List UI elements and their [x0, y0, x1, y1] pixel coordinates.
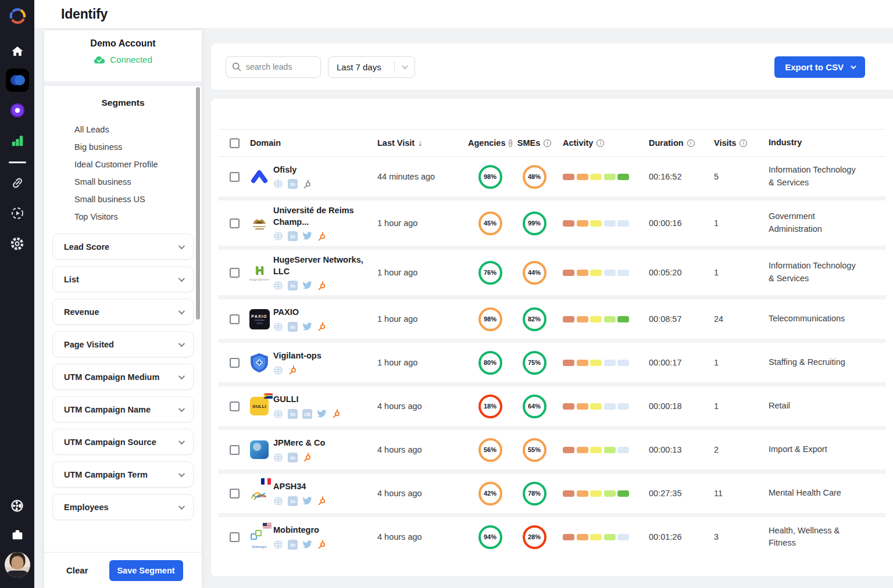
info-icon[interactable]: i — [596, 139, 604, 147]
leads-icon[interactable] — [6, 69, 29, 92]
segment-item[interactable]: Big business — [74, 138, 202, 156]
analytics-icon[interactable] — [5, 128, 30, 153]
history-icon[interactable] — [5, 200, 30, 226]
filter-accordion[interactable]: UTM Campaign Source — [52, 429, 194, 455]
row-checkbox[interactable] — [230, 172, 240, 182]
linkedin-icon[interactable]: in — [288, 231, 298, 241]
website-icon[interactable] — [273, 453, 283, 462]
date-range-select[interactable]: Last 7 days — [328, 56, 415, 78]
company-name[interactable]: APSH34 — [273, 481, 306, 493]
website-icon[interactable] — [273, 365, 283, 375]
twitter-icon[interactable] — [302, 281, 312, 290]
crunchbase-icon[interactable]: cb — [302, 409, 312, 419]
filter-accordion[interactable]: Employees — [52, 494, 194, 520]
twitter-icon[interactable] — [302, 497, 312, 505]
twitter-icon[interactable] — [317, 410, 327, 418]
hubspot-icon[interactable] — [317, 540, 326, 549]
hubspot-icon[interactable] — [317, 281, 326, 291]
company-name[interactable]: Mobintegro — [273, 525, 319, 536]
website-icon[interactable] — [273, 496, 283, 506]
table-row[interactable]: Université de Reims Champ... in 1 hour a… — [218, 200, 886, 246]
filter-accordion[interactable]: UTM Campaign Name — [52, 396, 194, 422]
clear-button[interactable]: Clear — [66, 565, 88, 575]
user-avatar[interactable] — [5, 552, 30, 578]
hubspot-icon[interactable] — [331, 409, 341, 418]
row-checkbox[interactable] — [230, 445, 240, 455]
row-checkbox[interactable] — [230, 314, 240, 324]
company-name[interactable]: Vigilant-ops — [273, 350, 322, 362]
search-input[interactable] — [246, 62, 310, 71]
row-checkbox[interactable] — [230, 532, 240, 542]
hubspot-icon[interactable] — [302, 453, 312, 462]
table-row[interactable]: GULLI GULLI incb 4 hours ago 18% 64% 00:… — [218, 386, 886, 426]
filter-accordion[interactable]: Revenue — [52, 299, 194, 325]
hubspot-icon[interactable] — [317, 496, 326, 505]
linkedin-icon[interactable]: in — [288, 281, 298, 291]
social-links: in — [273, 281, 326, 291]
segment-item[interactable]: Small business US — [74, 191, 202, 208]
segment-item[interactable]: All Leads — [74, 121, 202, 138]
row-checkbox[interactable] — [230, 401, 240, 411]
company-name[interactable]: GULLI — [273, 394, 299, 406]
company-name[interactable]: Université de Reims Champ... — [273, 205, 369, 228]
row-checkbox[interactable] — [230, 358, 240, 368]
twitter-icon[interactable] — [302, 540, 312, 549]
integrations-icon[interactable] — [5, 170, 30, 196]
website-icon[interactable] — [273, 409, 283, 419]
prospects-icon[interactable] — [5, 98, 30, 123]
company-name[interactable]: HugeServer Networks, LLC — [273, 254, 369, 277]
info-icon[interactable]: i — [740, 139, 747, 147]
info-icon[interactable]: i — [687, 139, 695, 147]
home-icon[interactable] — [5, 38, 30, 64]
workspace-icon[interactable] — [5, 522, 30, 547]
hubspot-icon[interactable] — [317, 232, 326, 241]
filter-accordion[interactable]: UTM Campaign Term — [52, 461, 194, 487]
select-all-checkbox[interactable] — [230, 138, 240, 148]
sort-descending-icon[interactable]: ↓ — [418, 138, 422, 148]
linkedin-icon[interactable]: in — [288, 496, 298, 506]
linkedin-icon[interactable]: in — [288, 453, 298, 462]
filter-accordion[interactable]: Page Visited — [52, 331, 194, 357]
save-segment-button[interactable]: Save Segment — [109, 560, 183, 581]
hubspot-icon[interactable] — [302, 180, 312, 189]
hubspot-icon[interactable] — [317, 322, 326, 331]
segment-item[interactable]: Small business — [74, 173, 202, 191]
settings-icon[interactable] — [5, 231, 30, 256]
linkedin-icon[interactable]: in — [288, 322, 298, 332]
info-icon[interactable]: i — [544, 139, 551, 147]
table-row[interactable]: JPMerc & Co in 4 hours ago 56% 55% 00:00… — [218, 430, 886, 469]
company-name[interactable]: PAXIO — [273, 307, 299, 318]
website-icon[interactable] — [273, 179, 283, 189]
filter-accordion[interactable]: Lead Score — [52, 234, 194, 260]
linkedin-icon[interactable]: in — [288, 409, 298, 419]
website-icon[interactable] — [273, 322, 283, 332]
brand-logo-icon[interactable] — [5, 3, 30, 29]
website-icon[interactable] — [273, 281, 283, 291]
table-row[interactable]: APSH APSH34 in 4 hours ago 42% 78% 00:27… — [218, 474, 886, 513]
column-header-last-visit[interactable]: Last Visit↓ — [377, 138, 468, 148]
filter-accordion[interactable]: UTM Campaign Medium — [52, 364, 194, 390]
row-checkbox[interactable] — [230, 489, 240, 499]
website-icon[interactable] — [273, 540, 283, 550]
website-icon[interactable] — [273, 231, 283, 241]
row-checkbox[interactable] — [230, 268, 240, 278]
twitter-icon[interactable] — [302, 322, 312, 331]
segment-item[interactable]: Ideal Customer Profile — [74, 156, 202, 173]
help-icon[interactable] — [5, 493, 30, 518]
hubspot-icon[interactable] — [288, 365, 297, 375]
row-checkbox[interactable] — [230, 218, 240, 228]
table-row[interactable]: Vigilant-ops 1 hour ago 80% 75% 00:00:17… — [218, 343, 886, 382]
table-row[interactable]: Ofisly in 44 minutes ago 98% 48% 00:16:5… — [218, 157, 886, 196]
linkedin-icon[interactable]: in — [288, 179, 298, 189]
table-row[interactable]: HHugeServer HugeServer Networks, LLC in … — [218, 250, 886, 295]
table-row[interactable]: Mobintegro Mobintegro in 4 hours ago 94%… — [218, 517, 886, 557]
company-name[interactable]: JPMerc & Co — [273, 438, 325, 449]
twitter-icon[interactable] — [302, 232, 312, 241]
segment-item[interactable]: Top Visitors — [74, 208, 202, 225]
linkedin-icon[interactable]: in — [288, 540, 298, 550]
company-name[interactable]: Ofisly — [273, 164, 297, 176]
filter-accordion[interactable]: List — [52, 266, 194, 292]
export-csv-button[interactable]: Export to CSV — [774, 56, 865, 78]
table-row[interactable]: PAXIO PAXIO in 1 hour ago 98% 82% 00:08:… — [218, 299, 886, 339]
sidebar-scrollbar[interactable] — [196, 87, 200, 320]
